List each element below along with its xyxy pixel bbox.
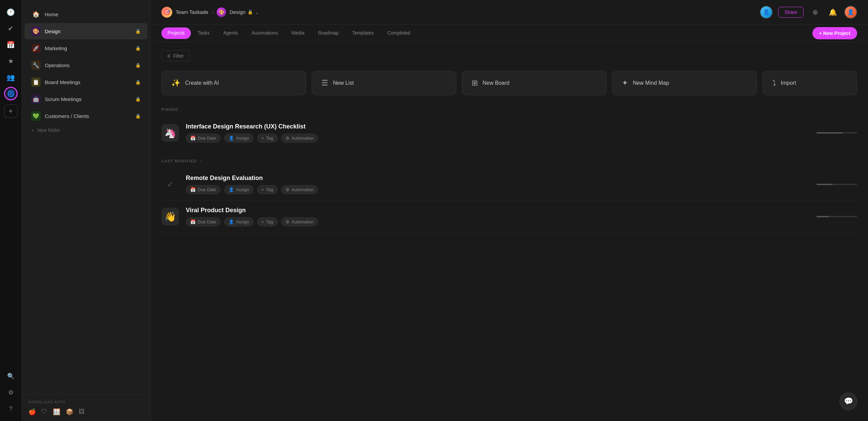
page-dropdown-icon[interactable]: ⌄ bbox=[255, 9, 259, 15]
sidebar-bottom: DOWNLOAD APPS 🍎 🛡 🪟 📦 🖼 bbox=[22, 394, 150, 421]
calendar-tag-icon: 📅 bbox=[190, 219, 196, 224]
breadcrumb-chevron-icon: › bbox=[212, 9, 213, 15]
due-date-tag[interactable]: 📅 Due Date bbox=[186, 134, 221, 143]
tab-tasks[interactable]: Tasks bbox=[191, 25, 217, 41]
project-emoji: 🦄 bbox=[161, 124, 179, 142]
help-icon[interactable]: ? bbox=[4, 402, 18, 416]
tab-automations[interactable]: Automations bbox=[245, 25, 285, 41]
add-tag-tag[interactable]: + Tag bbox=[257, 134, 278, 143]
automation-tag[interactable]: ⚙ Automation bbox=[281, 134, 318, 143]
members-icon[interactable]: 👥 bbox=[4, 71, 18, 84]
new-project-button[interactable]: + New Project bbox=[812, 27, 857, 39]
project-emoji: 👋 bbox=[161, 208, 179, 225]
new-mind-map-card[interactable]: ✦ New Mind Map bbox=[612, 71, 757, 95]
project-info: Viral Product Design 📅 Due Date 👤 Assign… bbox=[186, 207, 857, 226]
project-title[interactable]: Viral Product Design bbox=[186, 207, 857, 214]
lock-icon: 🔒 bbox=[135, 46, 141, 51]
tab-agents[interactable]: Agents bbox=[216, 25, 245, 41]
tab-roadmap[interactable]: Roadmap bbox=[311, 25, 346, 41]
add-tag-tag[interactable]: + Tag bbox=[257, 217, 278, 226]
calendar-tag-icon: 📅 bbox=[190, 136, 196, 141]
assign-tag[interactable]: 👤 Assign bbox=[224, 185, 254, 194]
project-tags: 📅 Due Date 👤 Assign + Tag ⚙ bbox=[186, 185, 857, 194]
assign-tag-icon: 👤 bbox=[229, 136, 234, 141]
pinned-section: PINNED 🦄 Interface Design Research (UX) … bbox=[161, 107, 857, 149]
plus-icon: + bbox=[31, 127, 34, 133]
add-topbar-icon[interactable]: ⊕ bbox=[809, 6, 821, 18]
list-icon: ☰ bbox=[321, 79, 328, 87]
new-board-card[interactable]: ⊞ New Board bbox=[462, 71, 607, 95]
automation-tag-icon: ⚙ bbox=[285, 136, 290, 141]
share-button[interactable]: Share bbox=[778, 7, 804, 18]
search-icon[interactable]: 🔍 bbox=[4, 369, 18, 383]
project-check-icon: ✓ bbox=[161, 176, 179, 193]
shield-download-icon[interactable]: 🛡 bbox=[41, 408, 47, 416]
notifications-icon[interactable]: 🔔 bbox=[827, 6, 839, 18]
assign-tag-icon: 👤 bbox=[229, 219, 234, 224]
add-workspace-button[interactable]: + bbox=[4, 104, 18, 118]
sidebar-nav: 🏠 Home 🎨 Design 🔒 🚀 Marketing 🔒 🔧 Operat… bbox=[22, 0, 150, 394]
image-download-icon[interactable]: 🖼 bbox=[79, 408, 85, 416]
project-title[interactable]: Remote Design Evaluation bbox=[186, 175, 857, 182]
project-title[interactable]: Interface Design Research (UX) Checklist bbox=[186, 123, 857, 130]
sidebar-item-design[interactable]: 🎨 Design 🔒 bbox=[24, 23, 147, 39]
project-progress-bar bbox=[816, 184, 857, 185]
package-download-icon[interactable]: 📦 bbox=[66, 408, 73, 416]
sidebar-item-marketing[interactable]: 🚀 Marketing 🔒 bbox=[24, 40, 147, 56]
automation-tag[interactable]: ⚙ Automation bbox=[281, 185, 318, 194]
tab-templates[interactable]: Templates bbox=[346, 25, 381, 41]
import-icon: ⤵ bbox=[772, 79, 776, 87]
operations-folder-icon: 🔧 bbox=[31, 60, 41, 70]
assign-tag[interactable]: 👤 Assign bbox=[224, 134, 254, 143]
workspace-name[interactable]: Team Taskade bbox=[176, 9, 208, 15]
import-card[interactable]: ⤵ Import bbox=[763, 71, 857, 95]
sidebar-item-home[interactable]: 🏠 Home bbox=[24, 6, 147, 22]
due-date-tag[interactable]: 📅 Due Date bbox=[186, 185, 221, 194]
apple-download-icon[interactable]: 🍎 bbox=[28, 408, 36, 416]
settings-icon[interactable]: ⚙ bbox=[4, 386, 18, 399]
add-tag-tag[interactable]: + Tag bbox=[257, 185, 278, 194]
sidebar-item-label: Customers / Clients bbox=[45, 113, 131, 119]
windows-download-icon[interactable]: 🪟 bbox=[53, 408, 60, 416]
download-apps-label: DOWNLOAD APPS bbox=[28, 400, 143, 404]
sidebar-item-scrum-meetings[interactable]: 🤖 Scrum Meetings 🔒 bbox=[24, 91, 147, 107]
page-avatar-icon: 🎨 bbox=[217, 7, 226, 17]
automation-tag[interactable]: ⚙ Automation bbox=[281, 217, 318, 226]
lock-icon: 🔒 bbox=[135, 29, 141, 34]
favorites-icon[interactable]: ★ bbox=[4, 54, 18, 68]
workspace-avatar[interactable]: 🌀 bbox=[4, 87, 18, 100]
content-area: ⧖ Filter ✨ Create with AI ☰ New List ⊞ N… bbox=[151, 42, 868, 421]
tab-media[interactable]: Media bbox=[285, 25, 311, 41]
sidebar-item-label: Scrum Meetings bbox=[45, 96, 131, 102]
create-with-ai-card[interactable]: ✨ Create with AI bbox=[161, 71, 306, 95]
calendar-icon[interactable]: 📅 bbox=[4, 38, 18, 52]
action-cards-row: ✨ Create with AI ☰ New List ⊞ New Board … bbox=[161, 71, 857, 95]
page-name[interactable]: Design 🔒 ⌄ bbox=[230, 9, 259, 15]
sidebar-item-board-meetings[interactable]: 📋 Board Meetings 🔒 bbox=[24, 74, 147, 90]
sidebar-item-label: Home bbox=[45, 12, 141, 17]
new-mind-map-label: New Mind Map bbox=[633, 80, 669, 86]
tab-completed[interactable]: Completed bbox=[380, 25, 417, 41]
assign-tag[interactable]: 👤 Assign bbox=[224, 217, 254, 226]
my-work-icon[interactable]: ✔ bbox=[4, 22, 18, 35]
due-date-tag[interactable]: 📅 Due Date bbox=[186, 217, 221, 226]
activity-icon[interactable]: 🕐 bbox=[4, 5, 18, 19]
filter-button[interactable]: ⧖ Filter bbox=[161, 50, 190, 61]
sidebar-item-operations[interactable]: 🔧 Operations 🔒 bbox=[24, 57, 147, 73]
sidebar-item-customers-clients[interactable]: 💚 Customers / Clients 🔒 bbox=[24, 108, 147, 124]
project-tags: 📅 Due Date 👤 Assign + Tag ⚙ bbox=[186, 217, 857, 226]
topbar: 🎯 Team Taskade › 🎨 Design 🔒 ⌄ 👤 Share ⊕ … bbox=[151, 0, 868, 24]
new-list-card[interactable]: ☰ New List bbox=[312, 71, 456, 95]
new-list-label: New List bbox=[333, 80, 354, 86]
sort-chevron-icon[interactable]: ⌄ bbox=[200, 159, 203, 163]
secondary-user-avatar[interactable]: 👤 bbox=[760, 6, 773, 19]
board-meetings-folder-icon: 📋 bbox=[31, 77, 41, 87]
new-folder-button[interactable]: + New folder bbox=[24, 125, 147, 136]
tab-projects[interactable]: Projects bbox=[161, 27, 191, 39]
user-avatar[interactable]: 👤 bbox=[844, 6, 857, 19]
chat-button[interactable]: 💬 bbox=[840, 393, 857, 410]
scrum-meetings-folder-icon: 🤖 bbox=[31, 94, 41, 104]
sidebar-item-label: Design bbox=[45, 28, 131, 34]
board-icon: ⊞ bbox=[472, 79, 478, 87]
breadcrumb: 🎯 Team Taskade › 🎨 Design 🔒 ⌄ bbox=[161, 7, 754, 18]
